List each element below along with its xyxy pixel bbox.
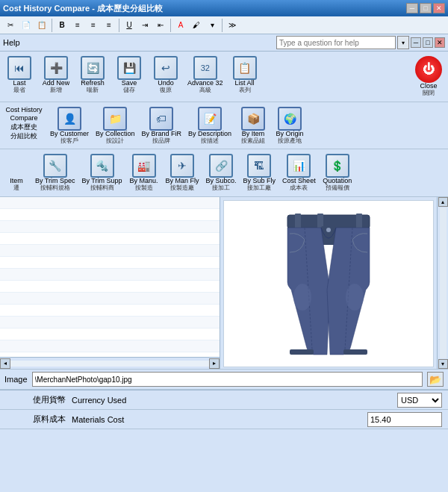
h-scrollbar[interactable]: ◂ ▸ bbox=[0, 357, 220, 369]
by-brand-button[interactable]: 🏷 By Brand FiR 按品牌 bbox=[139, 105, 185, 147]
last-button[interactable]: ⏮ Last 最省 bbox=[1, 54, 37, 96]
list-row bbox=[0, 328, 220, 340]
by-collection-button[interactable]: 📁 By Collection 按設計 bbox=[93, 105, 138, 147]
tb-more1[interactable]: ▾ bbox=[205, 18, 220, 33]
v-scroll-down-btn[interactable]: ▾ bbox=[438, 359, 448, 369]
v-scroll-track bbox=[440, 208, 447, 358]
add-new-icon: ➕ bbox=[44, 56, 68, 80]
right-image-panel bbox=[220, 197, 437, 369]
by-manu-button[interactable]: 🏭 By Manu. 按製造 bbox=[126, 152, 162, 194]
add-new-button[interactable]: ➕ Add New 新增 bbox=[38, 54, 74, 96]
close-label-zh: 關閉 bbox=[423, 90, 435, 97]
main-content-area: ◂ ▸ bbox=[0, 197, 448, 369]
by-sub-fly-button[interactable]: 🏗 By Sub Fly 接加工廠 bbox=[240, 152, 279, 194]
tb-more2[interactable]: ≫ bbox=[225, 18, 240, 33]
tb-align-right[interactable]: ≡ bbox=[102, 18, 116, 33]
by-sub-fly-label-zh: 接加工廠 bbox=[247, 185, 271, 192]
last-icon: ⏮ bbox=[7, 56, 31, 80]
folder-icon: 📂 bbox=[429, 374, 441, 385]
tb-copy[interactable]: 📄 bbox=[19, 18, 34, 33]
tb-align-left[interactable]: ≡ bbox=[70, 18, 85, 33]
tb-outdent[interactable]: ⇤ bbox=[153, 18, 168, 33]
currency-select[interactable]: USD HKD EUR CNY bbox=[397, 393, 442, 408]
by-item-button[interactable]: 📦 By Item 按素品組 bbox=[235, 105, 271, 147]
close-button[interactable]: ⏻ Close 關閉 bbox=[411, 54, 447, 99]
by-origin-icon: 🌍 bbox=[278, 107, 302, 131]
list-row bbox=[0, 209, 220, 221]
tb-indent[interactable]: ⇥ bbox=[137, 18, 152, 33]
by-description-icon: 📝 bbox=[198, 107, 222, 131]
list-all-button[interactable]: 📋 List All 表列 bbox=[227, 54, 263, 96]
sep4 bbox=[222, 19, 223, 32]
tb-bold[interactable]: B bbox=[55, 18, 69, 33]
refresh-button[interactable]: 🔄 Refresh 喘新 bbox=[75, 54, 111, 96]
help-min-button[interactable]: ─ bbox=[411, 37, 421, 48]
by-customer-button[interactable]: 👤 By Customer 按客戶 bbox=[47, 105, 92, 147]
tb-align-center[interactable]: ≡ bbox=[86, 18, 101, 33]
sep3 bbox=[170, 19, 171, 32]
close-title-button[interactable]: ✕ bbox=[433, 3, 445, 13]
svg-point-8 bbox=[293, 284, 311, 311]
undo-label-zh: 復原 bbox=[160, 87, 172, 94]
by-trim-spec-button[interactable]: 🔧 By Trim Spec 按輔料規格 bbox=[32, 152, 78, 194]
restore-button[interactable]: □ bbox=[420, 3, 432, 13]
image-folder-button[interactable]: 📂 bbox=[427, 372, 444, 387]
small-toolbar-row: ✂ 📄 📋 B ≡ ≡ ≡ U ⇥ ⇤ A 🖌 ▾ ≫ bbox=[0, 16, 448, 34]
list-row bbox=[0, 245, 220, 257]
image-path-input[interactable] bbox=[32, 372, 423, 387]
by-trim-supp-button[interactable]: 🔩 By Trim Supp 按輔料商 bbox=[79, 152, 125, 194]
list-row bbox=[0, 281, 220, 293]
help-bar: Help ▾ ─ □ ✕ bbox=[0, 34, 448, 52]
help-dropdown-button[interactable]: ▾ bbox=[397, 36, 409, 49]
list-all-label-zh: 表列 bbox=[239, 87, 251, 94]
save-button[interactable]: 💾 Save 儲存 bbox=[111, 54, 147, 96]
by-subco-button[interactable]: 🔗 By Subco. 接加工 bbox=[203, 152, 240, 194]
svg-rect-1 bbox=[295, 214, 301, 230]
list-row bbox=[0, 257, 220, 269]
refresh-label-zh: 喘新 bbox=[87, 87, 99, 94]
v-scroll-up-btn[interactable]: ▴ bbox=[438, 197, 448, 207]
h-scroll-right-btn[interactable]: ▸ bbox=[209, 358, 220, 369]
list-row bbox=[0, 197, 220, 209]
title-text: Cost History Compare - 成本歷史分組比較 bbox=[3, 3, 163, 14]
v-scrollbar[interactable]: ▴ ▾ bbox=[437, 197, 448, 369]
svg-point-5 bbox=[326, 228, 331, 232]
tb-cut[interactable]: ✂ bbox=[3, 18, 18, 33]
undo-button[interactable]: ↩ Undo 復原 bbox=[148, 54, 184, 96]
jeans-image bbox=[276, 211, 381, 357]
sep2 bbox=[119, 19, 119, 32]
svg-point-9 bbox=[346, 284, 364, 311]
h-scroll-left-btn[interactable]: ◂ bbox=[0, 358, 10, 369]
by-man-fly-button[interactable]: ✈ By Man Fly 按製造廠 bbox=[163, 152, 202, 194]
icon-toolbar-row3: Item 遷 🔧 By Trim Spec 按輔料規格 🔩 By Trim Su… bbox=[0, 149, 448, 197]
list-container[interactable] bbox=[0, 197, 220, 357]
sep1 bbox=[52, 19, 52, 32]
quotation-icon: 💲 bbox=[326, 154, 349, 178]
materials-cost-input[interactable] bbox=[367, 412, 442, 427]
list-row bbox=[0, 305, 220, 317]
add-new-label-zh: 新增 bbox=[50, 87, 62, 94]
quotation-label-zh: 預備報價 bbox=[326, 185, 349, 192]
materials-cost-row: 原料成本 Materials Cost bbox=[0, 410, 448, 429]
by-origin-button[interactable]: 🌍 By Origin 按原產地 bbox=[272, 105, 308, 147]
tb-highlight[interactable]: 🖌 bbox=[189, 18, 204, 33]
cost-sheet-icon: 📊 bbox=[287, 154, 311, 178]
tb-paste[interactable]: 📋 bbox=[34, 18, 49, 33]
help-close-button[interactable]: ✕ bbox=[435, 37, 445, 48]
help-search-input[interactable] bbox=[276, 36, 396, 49]
by-trim-supp-icon: 🔩 bbox=[90, 154, 114, 178]
help-restore-button[interactable]: □ bbox=[423, 37, 433, 48]
close-icon: ⏻ bbox=[415, 56, 442, 83]
cost-sheet-button[interactable]: 📊 Cost Sheet 成本表 bbox=[279, 152, 319, 194]
bottom-bar: 使用貨幣 Currency Used USD HKD EUR CNY 原料成本 … bbox=[0, 390, 448, 429]
refresh-icon: 🔄 bbox=[81, 56, 105, 80]
tb-underline[interactable]: U bbox=[122, 18, 137, 33]
currency-label-en: Currency Used bbox=[72, 396, 391, 405]
by-description-button[interactable]: 📝 By Description 按描述 bbox=[185, 105, 234, 147]
list-row bbox=[0, 233, 220, 245]
advance-button[interactable]: 32 Advance 32 高級 bbox=[184, 54, 226, 96]
svg-rect-10 bbox=[290, 349, 314, 355]
quotation-button[interactable]: 💲 Quotation 預備報價 bbox=[320, 152, 355, 194]
minimize-button[interactable]: ─ bbox=[406, 3, 418, 13]
tb-font-color[interactable]: A bbox=[173, 18, 188, 33]
